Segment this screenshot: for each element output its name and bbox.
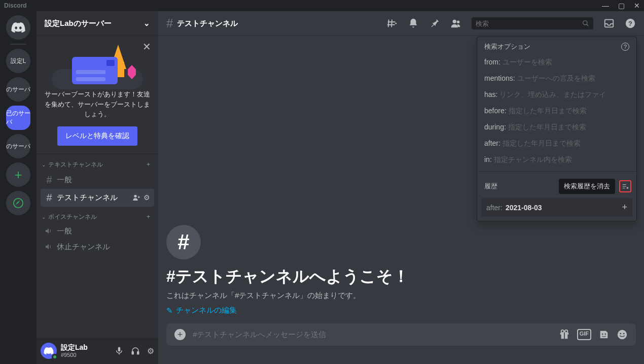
svg-rect-4 [137, 351, 139, 354]
svg-point-14 [561, 330, 564, 333]
message-input[interactable]: + #テストチャンネルへメッセージを送信 GIF [166, 323, 636, 346]
add-channel-icon[interactable]: + [147, 161, 150, 168]
welcome-subtitle: これはチャンネル「#テストチャンネル」の始まりです。 [166, 291, 636, 301]
channel-sidebar: 設定Labのサーバー ⌄ ✕ サーバーブーストがあります！友達を集めて、サーバー… [37, 11, 158, 364]
svg-point-5 [453, 20, 456, 23]
gif-button[interactable]: GIF [577, 329, 591, 340]
search-filter-during[interactable]: during:指定した年月日まで検索 [477, 119, 636, 136]
invite-icon[interactable] [132, 193, 140, 202]
sticker-icon[interactable] [598, 329, 610, 340]
history-label: 履歴 [484, 182, 555, 191]
guild-item[interactable]: 設定L [6, 49, 30, 73]
titlebar: Discord — ▢ ✕ [0, 0, 644, 11]
headphones-icon[interactable] [131, 346, 140, 356]
help-icon[interactable]: ? [625, 18, 636, 29]
search-history-item[interactable]: after: 2021-08-03 + [481, 198, 632, 217]
clear-history-tooltip: 検索履歴を消去 [559, 179, 615, 194]
bell-icon[interactable] [408, 18, 419, 29]
emoji-icon[interactable] [617, 329, 628, 340]
svg-point-6 [457, 21, 460, 24]
pin-icon[interactable] [429, 18, 440, 29]
server-name: 設定Labのサーバー [45, 19, 112, 28]
hash-icon: # [45, 174, 54, 186]
svg-point-16 [602, 334, 603, 335]
inbox-icon[interactable] [603, 18, 615, 29]
search-icon [582, 20, 589, 27]
members-icon[interactable] [450, 18, 461, 29]
svg-point-17 [604, 334, 606, 335]
search-box[interactable] [472, 17, 593, 29]
guild-divider [10, 44, 26, 45]
search-filter-in[interactable]: in:指定チャンネル内を検索 [477, 152, 636, 168]
gear-icon[interactable]: ⚙ [144, 193, 150, 202]
pencil-icon: ✎ [166, 306, 173, 315]
svg-rect-3 [132, 351, 133, 354]
divider [477, 171, 636, 172]
channel-item-selected[interactable]: # テストチャンネル ⚙ [41, 189, 154, 207]
guild-item-selected[interactable]: 已のサーバ [6, 106, 30, 130]
guild-item[interactable]: のサーバ [6, 77, 30, 102]
welcome-title: #テストチャンネルへようこそ！ [166, 266, 636, 288]
add-history-icon[interactable]: + [622, 202, 627, 213]
help-icon[interactable]: ? [621, 43, 629, 51]
app-name: Discord [4, 2, 27, 9]
boost-button[interactable]: レベルと特典を確認 [57, 126, 137, 146]
channel-title: テストチャンネル [177, 19, 238, 28]
clear-history-button[interactable] [619, 180, 631, 192]
svg-point-1 [134, 195, 136, 197]
boost-art [52, 44, 143, 89]
search-filter-before[interactable]: before:指定した年月日まで検索 [477, 103, 636, 119]
welcome-block: # #テストチャンネルへようこそ！ これはチャンネル「#テストチャンネル」の始ま… [166, 225, 636, 323]
svg-text:?: ? [628, 20, 632, 27]
guild-list: 設定L のサーバ 已のサーバ のサーバ + [0, 11, 37, 364]
svg-rect-2 [118, 347, 121, 351]
boost-card: ✕ サーバーブーストがあります！友達を集めて、サーバーをブーストしましょう。 レ… [37, 36, 158, 154]
close-icon[interactable]: ✕ [142, 41, 151, 53]
attach-button[interactable]: + [174, 329, 186, 340]
main-content: # テストチャンネル ? # #テストチャンネルへようこそ！ これはチャンネル「… [158, 11, 644, 364]
speaker-icon [45, 243, 54, 251]
boost-text: サーバーブーストがあります！友達を集めて、サーバーをブーストしましょう。 [45, 89, 150, 119]
hash-icon: # [166, 16, 173, 30]
chat-header: # テストチャンネル ? [158, 11, 644, 36]
svg-point-7 [583, 21, 587, 25]
hash-icon: # [45, 192, 54, 204]
svg-point-15 [565, 330, 568, 333]
explore-button[interactable] [6, 191, 30, 215]
status-indicator [52, 354, 58, 360]
server-header[interactable]: 設定Labのサーバー ⌄ [37, 11, 158, 36]
avatar[interactable] [41, 343, 57, 359]
user-info[interactable]: 設定Lab #9500 [61, 344, 111, 357]
mic-icon[interactable] [115, 346, 124, 356]
voice-channel-item[interactable]: 一般 [41, 223, 154, 239]
add-channel-icon[interactable]: + [147, 213, 150, 220]
maximize-button[interactable]: ▢ [618, 2, 625, 10]
voice-channels-header[interactable]: ⌄ ボイスチャンネル + [41, 213, 154, 223]
guild-item[interactable]: のサーバ [6, 134, 30, 158]
svg-rect-13 [564, 333, 565, 339]
close-button[interactable]: ✕ [634, 2, 640, 10]
search-filter-from[interactable]: from:ユーザーを検索 [477, 54, 636, 71]
voice-channel-item[interactable]: 休止チャンネル [41, 239, 154, 255]
minimize-button[interactable]: — [602, 2, 609, 10]
home-button[interactable] [6, 15, 30, 40]
threads-icon[interactable] [386, 18, 398, 29]
window-controls: — ▢ ✕ [602, 2, 640, 10]
user-panel: 設定Lab #9500 ⚙ [37, 338, 158, 364]
search-filter-after[interactable]: after:指定した年月日まで検索 [477, 136, 636, 152]
search-filter-mentions[interactable]: mentions:ユーザーへの言及を検索 [477, 71, 636, 87]
add-server-button[interactable]: + [6, 162, 30, 187]
edit-channel-link[interactable]: ✎ チャンネルの編集 [166, 306, 636, 315]
gift-icon[interactable] [559, 329, 570, 340]
search-options-popup: 検索オプション ? from:ユーザーを検索 mentions:ユーザーへの言及… [477, 37, 637, 221]
hash-icon: # [166, 225, 201, 259]
speaker-icon [45, 227, 54, 235]
search-input[interactable] [476, 20, 582, 27]
gear-icon[interactable]: ⚙ [147, 346, 154, 356]
svg-point-18 [618, 330, 627, 339]
text-channels-header[interactable]: ⌄ テキストチャンネル + [41, 160, 154, 171]
channel-item[interactable]: # 一般 [41, 171, 154, 189]
search-filter-has[interactable]: has:リンク、埋め込み、またはファイ [477, 87, 636, 103]
svg-point-19 [620, 333, 621, 335]
chevron-down-icon: ⌄ [144, 19, 150, 28]
